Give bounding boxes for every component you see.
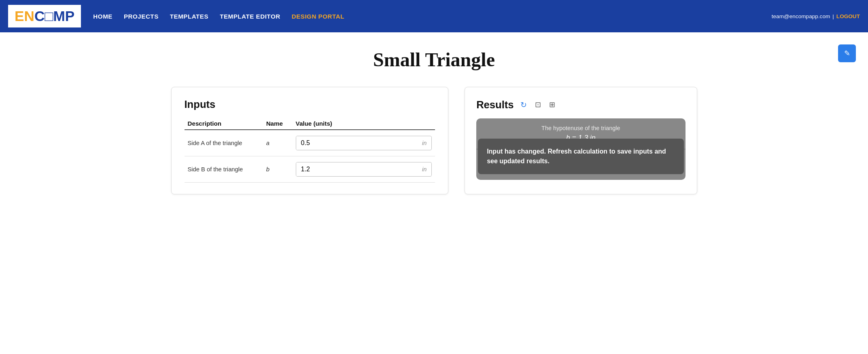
edit-icon: ✎ (844, 49, 850, 58)
refresh-button[interactable]: ↻ (519, 99, 528, 111)
results-header: Results ↻ ⊡ ⊞ (476, 99, 685, 111)
col-name: Name (263, 118, 293, 130)
add-result-button[interactable]: ⊞ (548, 99, 557, 111)
input-value-cell-0: in (293, 130, 435, 156)
table-row: Side B of the triangle b in (185, 156, 435, 183)
table-row: Side A of the triangle a in (185, 130, 435, 156)
col-description: Description (185, 118, 263, 130)
nav-design-portal[interactable]: DESIGN PORTAL (292, 13, 344, 20)
logo[interactable]: ENC□MP (8, 5, 81, 27)
input-name-1: b (263, 156, 293, 183)
nav-right: team@encompapp.com | LOGOUT (772, 13, 860, 19)
camera-button[interactable]: ⊡ (533, 99, 543, 111)
main-content: ✎ Small Triangle Inputs Description Name… (0, 32, 868, 354)
input-name-0: a (263, 130, 293, 156)
refresh-tooltip: Input has changed. Refresh calculation t… (478, 139, 683, 174)
navbar: ENC□MP HOME PROJECTS TEMPLATES TEMPLATE … (0, 0, 868, 32)
input-value-field-0[interactable] (296, 136, 417, 150)
input-value-field-1[interactable] (296, 162, 417, 176)
content-area: Inputs Description Name Value (units) Si… (171, 87, 697, 194)
result-label-0: The hypotenuse of the triangle (484, 125, 677, 131)
logo-comp: C□MP (34, 8, 74, 24)
user-email: team@encompapp.com (772, 13, 830, 19)
inputs-panel-title: Inputs (185, 99, 435, 110)
input-unit-0: in (417, 137, 431, 150)
inputs-table: Description Name Value (units) Side A of… (185, 118, 435, 183)
input-value-cell-1: in (293, 156, 435, 183)
nav-links: HOME PROJECTS TEMPLATES TEMPLATE EDITOR … (93, 13, 771, 20)
result-cards: The hypotenuse of the triangle h = 1.3 i… (476, 118, 685, 180)
nav-templates[interactable]: TEMPLATES (170, 13, 208, 20)
input-unit-1: in (417, 163, 431, 176)
nav-projects[interactable]: PROJECTS (124, 13, 159, 20)
input-description-0: Side A of the triangle (185, 130, 263, 156)
nav-template-editor[interactable]: TEMPLATE EDITOR (220, 13, 280, 20)
nav-home[interactable]: HOME (93, 13, 112, 20)
edit-button[interactable]: ✎ (838, 44, 856, 62)
page-title: Small Triangle (24, 48, 844, 71)
results-title: Results (476, 99, 514, 111)
logo-en: EN (15, 8, 34, 24)
results-panel: Results ↻ ⊡ ⊞ The hypotenuse of the tria… (465, 87, 697, 194)
nav-separator: | (832, 13, 834, 19)
input-description-1: Side B of the triangle (185, 156, 263, 183)
inputs-panel: Inputs Description Name Value (units) Si… (171, 87, 449, 194)
logout-button[interactable]: LOGOUT (836, 13, 860, 19)
col-value: Value (units) (293, 118, 435, 130)
